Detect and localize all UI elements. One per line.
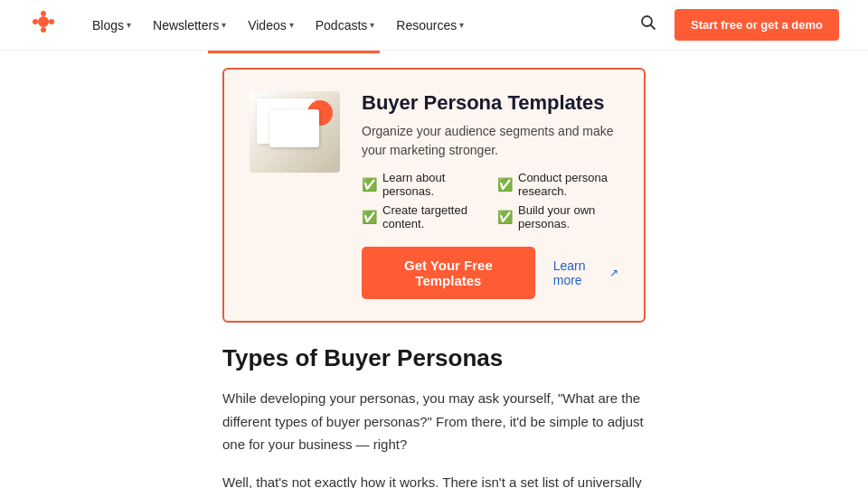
chevron-down-icon: ▾ [289, 20, 294, 30]
nav-item-newsletters[interactable]: Newsletters ▾ [144, 13, 235, 38]
check-icon: ✅ [362, 210, 377, 224]
learn-more-label: Learn more [553, 258, 606, 287]
get-templates-button[interactable]: Get Your Free Templates [362, 247, 535, 299]
promo-title: Buyer Persona Templates [362, 91, 618, 115]
chevron-down-icon: ▾ [222, 20, 226, 30]
promo-feature-2: ✅ Conduct persona research. [497, 171, 618, 198]
main-content: Buyer Persona Templates Organize your au… [0, 68, 868, 488]
article-paragraph-1: While developing your personas, you may … [222, 387, 646, 456]
nav-item-podcasts[interactable]: Podcasts ▾ [307, 13, 384, 38]
search-button[interactable] [637, 11, 660, 39]
nav-item-blogs[interactable]: Blogs ▾ [83, 13, 140, 38]
external-link-icon: ↗ [609, 267, 618, 279]
nav-newsletters-label: Newsletters [153, 18, 219, 33]
promo-image-accent [307, 100, 333, 126]
nav-videos-label: Videos [248, 18, 287, 33]
promo-feature-4: ✅ Build your own personas. [497, 203, 618, 230]
svg-line-6 [651, 25, 656, 30]
navbar: Blogs ▾ Newsletters ▾ Videos ▾ Podcasts … [0, 0, 868, 51]
check-icon: ✅ [362, 177, 377, 192]
chevron-down-icon: ▾ [127, 20, 131, 30]
nav-item-videos[interactable]: Videos ▾ [239, 13, 303, 38]
hubspot-logo[interactable] [29, 7, 58, 42]
promo-box: Buyer Persona Templates Organize your au… [222, 68, 646, 323]
search-icon [640, 14, 656, 31]
learn-more-link[interactable]: Learn more ↗ [553, 258, 618, 287]
nav-podcasts-label: Podcasts [316, 18, 368, 33]
chevron-down-icon: ▾ [459, 20, 464, 30]
navbar-right: Start free or get a demo [637, 9, 839, 41]
promo-feature-3: ✅ Create targetted content. [362, 203, 483, 230]
promo-description: Organize your audience segments and make… [362, 122, 618, 160]
promo-features: ✅ Learn about personas. ✅ Conduct person… [362, 171, 618, 230]
promo-feature-3-text: Create targetted content. [382, 203, 483, 230]
svg-point-2 [41, 27, 46, 33]
svg-point-0 [38, 16, 49, 27]
promo-content: Buyer Persona Templates Organize your au… [362, 91, 618, 299]
article-paragraph-2: Well, that's not exactly how it works. T… [222, 471, 646, 489]
nav-accent-underline [208, 51, 380, 53]
check-icon: ✅ [497, 177, 513, 192]
svg-point-1 [41, 11, 46, 16]
promo-feature-2-text: Conduct persona research. [518, 171, 618, 198]
promo-feature-4-text: Build your own personas. [518, 203, 618, 230]
nav-blogs-label: Blogs [92, 18, 124, 33]
start-free-button[interactable]: Start free or get a demo [675, 9, 839, 41]
nav-links: Blogs ▾ Newsletters ▾ Videos ▾ Podcasts … [83, 13, 637, 38]
check-icon: ✅ [497, 210, 513, 224]
article-title: Types of Buyer Personas [222, 344, 646, 372]
promo-feature-1-text: Learn about personas. [382, 171, 483, 198]
promo-feature-1: ✅ Learn about personas. [362, 171, 483, 198]
nav-item-resources[interactable]: Resources ▾ [387, 13, 473, 38]
svg-point-3 [33, 19, 38, 24]
chevron-down-icon: ▾ [370, 20, 374, 30]
promo-image [250, 91, 340, 173]
nav-resources-label: Resources [396, 18, 457, 33]
svg-point-4 [49, 19, 54, 24]
promo-actions: Get Your Free Templates Learn more ↗ [362, 247, 618, 299]
